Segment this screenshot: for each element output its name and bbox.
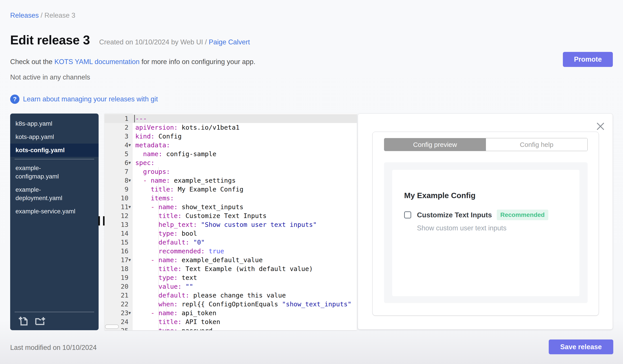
code-text[interactable]: metadata: [133,141,357,150]
fold-arrow-icon[interactable]: ▾ [129,158,133,167]
sidebar-file-item[interactable]: kots-config.yaml [10,143,99,157]
code-line[interactable]: 11▾ - name: show_text_inputs [105,202,357,211]
code-text[interactable]: default: please change this value [133,291,357,300]
customize-text-inputs-checkbox[interactable] [404,211,411,219]
code-text[interactable]: type: bool [133,229,357,238]
code-line[interactable]: 6▾spec: [105,158,357,167]
docs-suffix: for more info on configuring your app. [139,58,255,66]
code-text[interactable]: kind: Config [133,132,357,141]
tab-config-help[interactable]: Config help [486,138,588,151]
fold-arrow-icon[interactable]: ▾ [129,202,133,211]
code-text[interactable]: - name: example_settings [133,176,357,185]
gutter-cell: 2 [105,123,133,132]
yaml-editor[interactable]: 1---2apiVersion: kots.io/v1beta13kind: C… [105,114,357,330]
code-line[interactable]: 5 name: config-sample [105,150,357,158]
save-release-button[interactable]: Save release [549,340,613,354]
code-text[interactable]: - name: show_text_inputs [133,202,357,211]
code-line[interactable]: 1--- [105,114,357,123]
code-line[interactable]: 14 type: bool [105,229,357,238]
code-line[interactable]: 23▾ - name: api_token [105,309,357,317]
file-actions [18,316,45,326]
gutter-cell: 3 [105,132,133,141]
code-text[interactable]: items: [133,194,357,202]
created-by-link[interactable]: Paige Calvert [209,38,250,46]
code-line[interactable]: 8▾ - name: example_settings [105,176,357,185]
fold-arrow-icon [129,150,133,158]
fold-arrow-icon[interactable]: ▾ [129,141,133,150]
git-releases-link[interactable]: Learn about managing your releases with … [23,95,158,103]
add-file-icon[interactable] [18,316,29,326]
code-text[interactable]: groups: [133,167,357,176]
line-number: 12 [105,211,129,220]
code-line[interactable]: 15 default: "0" [105,238,357,247]
sidebar-resize-handle-bar[interactable] [98,216,100,225]
code-line[interactable]: 22 when: repl{{ ConfigOptionEquals "show… [105,300,357,309]
code-line[interactable]: 18 title: Text Example (with default val… [105,264,357,273]
breadcrumb-releases-link[interactable]: Releases [10,12,39,19]
code-text[interactable]: - name: example_default_value [133,256,357,264]
fold-arrow-icon[interactable]: ▾ [129,176,133,185]
config-tabs: Config previewConfig help [384,138,588,151]
add-folder-icon[interactable] [35,316,45,326]
code-line[interactable]: 25 type: password [105,326,357,330]
code-line[interactable]: 24 title: API token [105,317,357,326]
close-icon[interactable] [596,122,605,131]
code-text[interactable]: spec: [133,158,357,167]
code-text[interactable]: title: My Example Config [133,185,357,194]
fold-arrow-icon[interactable]: ▾ [129,256,133,264]
code-text[interactable]: title: Customize Text Inputs [133,211,357,220]
line-number: 22 [105,300,129,309]
code-text[interactable]: title: Text Example (with default value) [133,264,357,273]
fold-arrow-icon [129,238,133,247]
gutter-cell: 8▾ [105,176,133,185]
promote-button[interactable]: Promote [563,52,613,67]
code-line[interactable]: 7 groups: [105,167,357,176]
horizontal-scrollbar-thumb[interactable] [105,324,119,329]
gutter-cell: 4▾ [105,141,133,150]
gutter-cell: 22 [105,300,133,309]
file-list: k8s-app.yamlkots-app.yamlkots-config.yam… [10,114,99,218]
code-text[interactable]: when: repl{{ ConfigOptionEquals "show_te… [133,300,357,309]
code-line[interactable]: 9 title: My Example Config [105,185,357,194]
code-text[interactable]: - name: api_token [133,309,357,317]
code-text[interactable]: title: API token [133,317,357,326]
sidebar-file-item[interactable]: kots-app.yaml [10,130,99,143]
question-mark-icon[interactable]: ? [10,95,20,104]
code-line[interactable]: 3kind: Config [105,132,357,141]
code-text[interactable]: help_text: "Show custom user text inputs… [133,220,357,229]
code-line[interactable]: 16 recommended: true [105,247,357,256]
sidebar-file-item[interactable]: example-configmap.yaml [10,162,99,183]
gutter-cell: 17▾ [105,256,133,264]
kots-yaml-docs-link[interactable]: KOTS YAML documentation [54,58,139,66]
code-text[interactable]: name: config-sample [133,150,357,158]
sidebar-file-item[interactable]: k8s-app.yaml [10,117,99,130]
fold-arrow-icon [129,247,133,256]
code-text[interactable]: apiVersion: kots.io/v1beta1 [133,123,357,132]
code-line[interactable]: 13 help_text: "Show custom user text inp… [105,220,357,229]
fold-arrow-icon[interactable]: ▾ [129,309,133,317]
code-text[interactable]: --- [133,114,357,123]
code-line[interactable]: 4▾metadata: [105,141,357,150]
code-line[interactable]: 2apiVersion: kots.io/v1beta1 [105,123,357,132]
code-text[interactable]: value: "" [133,282,357,291]
code-line[interactable]: 12 title: Customize Text Inputs [105,211,357,220]
gutter-cell: 12 [105,211,133,220]
fold-arrow-icon [129,114,133,123]
code-line[interactable]: 21 default: please change this value [105,291,357,300]
code-line[interactable]: 20 value: "" [105,282,357,291]
code-text[interactable]: type: text [133,273,357,282]
code-rows: 1---2apiVersion: kots.io/v1beta13kind: C… [105,114,357,330]
sidebar-file-item[interactable]: example-service.yaml [10,205,99,218]
code-text[interactable]: recommended: true [133,247,357,256]
git-help-row[interactable]: ? Learn about managing your releases wit… [10,95,158,104]
fold-arrow-icon [129,273,133,282]
sidebar-file-item[interactable]: example-deployment.yaml [10,183,99,205]
code-line[interactable]: 10 items: [105,194,357,202]
config-group-title: My Example Config [404,191,476,200]
code-text[interactable]: type: password [133,326,357,330]
tab-config-preview[interactable]: Config preview [384,138,486,151]
code-line[interactable]: 19 type: text [105,273,357,282]
code-line[interactable]: 17▾ - name: example_default_value [105,256,357,264]
code-text[interactable]: default: "0" [133,238,357,247]
line-number: 21 [105,291,129,300]
